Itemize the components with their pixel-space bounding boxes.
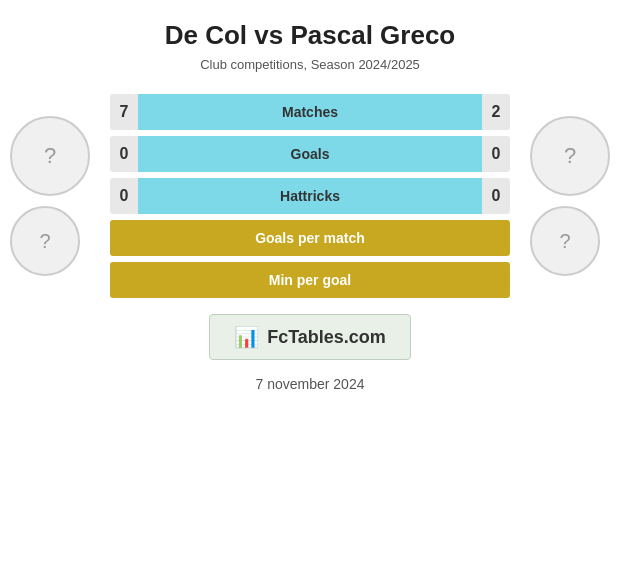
- hattricks-row: 0 Hattricks 0: [110, 178, 510, 214]
- min-per-goal-label: Min per goal: [269, 272, 351, 288]
- logo-text: FcTables.com: [267, 327, 386, 348]
- hattricks-left-val: 0: [110, 178, 138, 214]
- left-avatar-top: ?: [10, 116, 90, 196]
- goals-per-match-bar: Goals per match: [110, 220, 510, 256]
- stats-rows: 7 Matches 2 0 Goals 0 0 Hattricks: [110, 94, 510, 298]
- right-avatar-top: ?: [530, 116, 610, 196]
- left-avatar-bottom-icon: ?: [39, 230, 50, 253]
- match-title: De Col vs Pascal Greco: [165, 20, 455, 51]
- matches-row: 7 Matches 2: [110, 94, 510, 130]
- left-player-avatars: ? ?: [10, 116, 90, 276]
- logo-box: 📊 FcTables.com: [209, 314, 411, 360]
- hattricks-bar: Hattricks: [138, 178, 482, 214]
- matches-right-val: 2: [482, 94, 510, 130]
- stats-and-avatars: ? ? 7 Matches 2 0 Goals 0: [10, 94, 610, 298]
- matches-bar: Matches: [138, 94, 482, 130]
- goals-per-match-label: Goals per match: [255, 230, 365, 246]
- goals-row: 0 Goals 0: [110, 136, 510, 172]
- left-avatar-bottom: ?: [10, 206, 80, 276]
- goals-bar: Goals: [138, 136, 482, 172]
- goals-right-val: 0: [482, 136, 510, 172]
- right-avatar-bottom-icon: ?: [559, 230, 570, 253]
- goals-left-val: 0: [110, 136, 138, 172]
- matches-left-val: 7: [110, 94, 138, 130]
- matches-label: Matches: [282, 104, 338, 120]
- main-container: De Col vs Pascal Greco Club competitions…: [0, 0, 620, 580]
- left-avatar-top-icon: ?: [44, 143, 56, 169]
- min-per-goal-row: Min per goal: [110, 262, 510, 298]
- right-avatar-top-icon: ?: [564, 143, 576, 169]
- logo-section: 📊 FcTables.com: [209, 314, 411, 360]
- goals-label: Goals: [291, 146, 330, 162]
- match-date: 7 november 2024: [256, 376, 365, 392]
- logo-icon: 📊: [234, 325, 259, 349]
- match-subtitle: Club competitions, Season 2024/2025: [200, 57, 420, 72]
- hattricks-label: Hattricks: [280, 188, 340, 204]
- min-per-goal-bar: Min per goal: [110, 262, 510, 298]
- goals-per-match-row: Goals per match: [110, 220, 510, 256]
- hattricks-right-val: 0: [482, 178, 510, 214]
- right-avatar-bottom: ?: [530, 206, 600, 276]
- right-player-avatars: ? ?: [530, 116, 610, 276]
